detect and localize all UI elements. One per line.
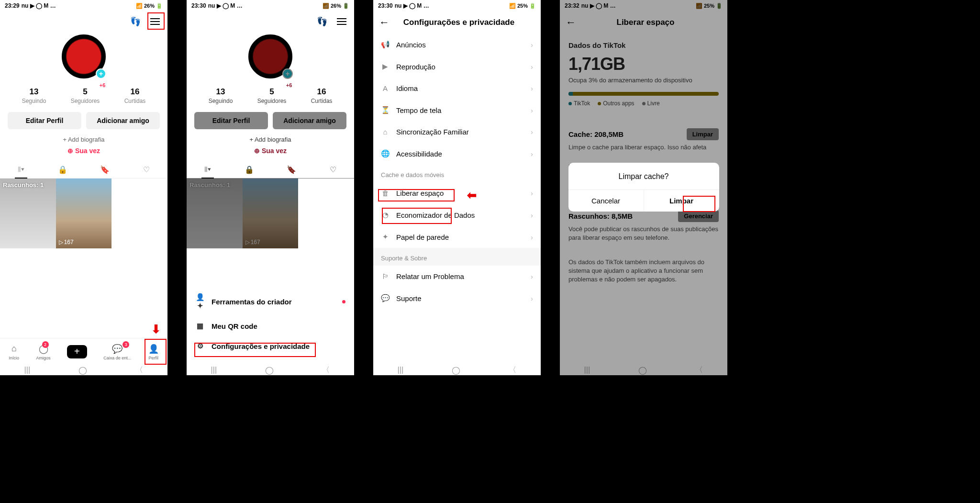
confirm-dialog: Limpar cache? Cancelar Limpar (568, 163, 719, 212)
bottom-sheet: 👤✦Ferramentas do criador ▦Meu QR code ⚙C… (187, 279, 354, 365)
friends-badge: 2 (42, 341, 49, 348)
topbar: 👣 (0, 11, 167, 32)
flag-icon: 🏳 (381, 272, 390, 280)
row-report[interactable]: 🏳Relatar um Problema› (373, 266, 541, 287)
home-icon: ⌂ (381, 128, 390, 136)
gear-icon: ⚙ (195, 342, 205, 350)
video-thumb[interactable]: ▷167 (56, 179, 112, 248)
gauge-icon: ◔ (381, 211, 390, 219)
section-cache-label: Cache e dados móveis (381, 171, 444, 179)
row-data-saver[interactable]: ◔Economizador de Dados› (373, 204, 541, 226)
followers-badge: +6 (100, 82, 106, 88)
settings-list[interactable]: 📢Anúncios› ▶Reprodução› AIdioma› ⏳Tempo … (373, 34, 541, 375)
arrow-indicator: ⬅ (467, 189, 477, 202)
edit-profile-button[interactable]: Editar Perfil (8, 112, 81, 129)
back-arrow-icon[interactable]: ← (379, 16, 390, 29)
stat-likes[interactable]: 16Curtidas (124, 87, 146, 104)
notification-dot (342, 300, 345, 303)
add-post-icon: ⊕ (67, 147, 73, 155)
tab-grid[interactable]: ⦀▾ (0, 161, 42, 178)
trash-icon: 🗑 (381, 189, 390, 197)
person-star-icon: 👤✦ (195, 293, 205, 310)
row-tempo-tela[interactable]: ⏳Tempo de tela› (373, 99, 541, 121)
sheet-settings-privacy[interactable]: ⚙Configurações e privacidade (187, 336, 354, 356)
sheet-qr-code[interactable]: ▦Meu QR code (187, 316, 354, 336)
language-icon: A (381, 84, 390, 92)
plus-icon: + (67, 345, 87, 358)
phone-profile: 23:29nu ▶ ◯ M … 📶26%🔋 👣 + 13Seguindo +65… (0, 0, 167, 375)
bottom-nav: ⌂Início 2◯Amigos + 3💬Caixa de ent... 👤Pe… (0, 338, 167, 365)
profile-tabs: ⦀▾ 🔒 🔖 ♡ (0, 161, 167, 179)
avatar[interactable]: + (62, 34, 106, 78)
row-support[interactable]: 💬Suporte› (373, 287, 541, 309)
status-icons: nu ▶ ◯ M … (22, 2, 56, 9)
row-liberar-espaco[interactable]: 🗑Liberar espaço› (373, 182, 541, 204)
inbox-badge: 3 (122, 341, 129, 348)
chat-icon: 💬 (381, 294, 390, 302)
play-square-icon: ▶ (381, 62, 390, 71)
phone-free-space: 23:32nu ▶ ◯ M …📶25%🔋 ← Liberar espaço Da… (560, 0, 727, 375)
signal-icon: 📶 (136, 3, 143, 9)
avatar-section: + (0, 34, 167, 78)
footprints-icon[interactable]: 👣 (130, 16, 141, 27)
status-bar: 23:29nu ▶ ◯ M … 📶26%🔋 (0, 0, 167, 11)
qr-icon: ▦ (195, 322, 205, 330)
hourglass-icon: ⏳ (381, 106, 390, 114)
phone-profile-menu: 23:30nu ▶ ◯ M …📶26%🔋 👣 + 13Seguindo +65S… (187, 0, 354, 375)
home-icon: ⌂ (8, 343, 20, 355)
views-label: ▷167 (59, 239, 74, 246)
home-sys-icon[interactable]: ◯ (78, 366, 87, 375)
sheet-creator-tools[interactable]: 👤✦Ferramentas do criador (187, 287, 354, 316)
drafts-label: Rascunhos: 1 (3, 181, 44, 189)
back-icon[interactable]: 〈 (135, 365, 143, 375)
action-buttons: Editar Perfil Adicionar amigo (0, 112, 167, 129)
play-icon: ▷ (59, 239, 63, 246)
row-acessibilidade[interactable]: 🌐Acessibilidade› (373, 143, 541, 165)
time: 23:29 (5, 2, 20, 9)
megaphone-icon: 📢 (381, 40, 390, 49)
row-idioma[interactable]: AIdioma› (373, 78, 541, 99)
video-thumb-drafts[interactable]: Rascunhos: 1 (0, 179, 56, 248)
menu-button[interactable] (148, 16, 162, 27)
profile-icon: 👤 (148, 343, 159, 355)
add-bio-button[interactable]: + Add biografia (0, 136, 167, 143)
arrow-indicator: ⬇ (151, 323, 161, 336)
section-support-label: Suporte & Sobre (373, 248, 541, 266)
system-nav: |||◯〈 (0, 365, 167, 375)
stat-following[interactable]: 13Seguindo (22, 87, 46, 104)
row-anuncios[interactable]: 📢Anúncios› (373, 34, 541, 56)
inbox-icon: 💬 (111, 343, 123, 355)
tab-reposts[interactable]: 🔖 (84, 161, 126, 178)
nav-friends[interactable]: 2◯Amigos (36, 343, 51, 360)
phone-settings: 23:30nu ▶ ◯ M …📶25%🔋 ← Configurações e p… (373, 0, 541, 375)
row-reproducao[interactable]: ▶Reprodução› (373, 56, 541, 78)
dialog-cancel-button[interactable]: Cancelar (568, 190, 644, 212)
add-friend-button[interactable]: Adicionar amigo (86, 112, 160, 129)
video-grid: Rascunhos: 1 ▷167 (0, 179, 167, 248)
nav-create[interactable]: + (67, 345, 87, 358)
row-sincronizacao[interactable]: ⌂Sincronização Familiar› (373, 121, 541, 143)
nav-inbox[interactable]: 3💬Caixa de ent... (103, 343, 131, 360)
nav-home[interactable]: ⌂Início (8, 343, 20, 360)
battery: 26% (144, 3, 155, 9)
page-title: Configurações e privacidade (397, 18, 521, 27)
nav-profile[interactable]: 👤Perfil (148, 343, 159, 360)
stats-row: 13Seguindo +65Seguidores 16Curtidas (0, 87, 167, 104)
settings-header: ← Configurações e privacidade (373, 11, 541, 34)
tab-liked[interactable]: ♡ (126, 161, 168, 178)
avatar-add-icon[interactable]: + (96, 68, 106, 79)
recents-icon[interactable]: ||| (24, 366, 30, 374)
wallpaper-icon: ✦ (381, 233, 390, 241)
row-wallpaper[interactable]: ✦Papel de parede› (373, 226, 541, 248)
your-turn[interactable]: ⊕Sua vez (0, 147, 167, 155)
chevron-right-icon: › (531, 41, 533, 49)
dialog-confirm-button[interactable]: Limpar (644, 190, 719, 212)
dialog-title: Limpar cache? (568, 163, 719, 190)
system-nav: |||◯〈 (187, 365, 354, 375)
tab-private[interactable]: 🔒 (42, 161, 84, 178)
stat-followers[interactable]: +65Seguidores (71, 87, 100, 104)
accessibility-icon: 🌐 (381, 149, 390, 158)
